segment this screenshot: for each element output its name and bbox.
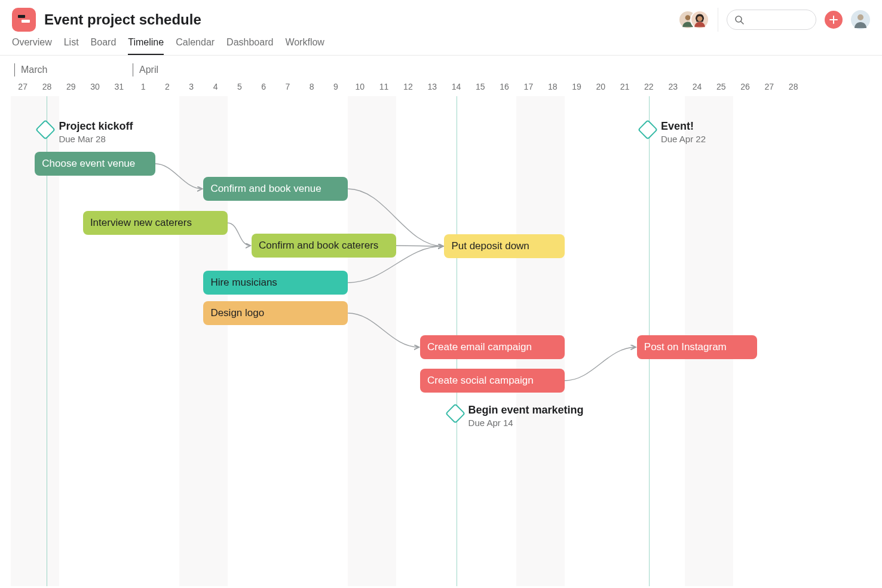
month-label: March — [14, 63, 47, 76]
task-bar[interactable]: Design logo — [203, 301, 348, 325]
day-column: 27 — [757, 78, 781, 91]
person-icon — [691, 10, 708, 29]
project-title: Event project schedule — [44, 11, 201, 28]
day-column: 16 — [492, 78, 516, 91]
task-bar[interactable]: Choose event venue — [35, 152, 155, 176]
day-column: 18 — [541, 78, 565, 91]
month-header: MarchApril — [0, 59, 882, 78]
day-column: 8 — [300, 78, 324, 91]
day-column: 14 — [444, 78, 468, 91]
day-column: 15 — [468, 78, 492, 91]
milestone[interactable]: Event!Due Apr 22 — [641, 120, 706, 144]
avatar[interactable] — [690, 10, 709, 29]
day-column: 4 — [203, 78, 227, 91]
weekend-shade — [179, 96, 228, 586]
day-column: 3 — [179, 78, 203, 91]
task-bar[interactable]: Put deposit down — [444, 234, 565, 258]
day-column: 17 — [516, 78, 540, 91]
current-user-avatar[interactable] — [851, 10, 870, 29]
day-column: 2 — [155, 78, 179, 91]
search-icon — [734, 15, 744, 24]
weekend-shade — [348, 96, 396, 586]
day-column: 27 — [11, 78, 35, 91]
day-column: 13 — [420, 78, 444, 91]
milestone-title: Begin event marketing — [468, 404, 584, 416]
day-column: 7 — [275, 78, 299, 91]
tab-dashboard[interactable]: Dashboard — [226, 37, 273, 55]
day-column: 31 — [107, 78, 131, 91]
day-column: 28 — [782, 78, 806, 91]
board-icon — [18, 15, 30, 24]
diamond-icon — [35, 120, 56, 140]
milestone-due: Due Apr 14 — [468, 418, 584, 428]
day-column: 25 — [709, 78, 733, 91]
svg-line-3 — [741, 22, 743, 24]
day-column: 26 — [733, 78, 757, 91]
task-bar[interactable]: Confirm and book caterers — [252, 234, 396, 258]
plus-icon — [829, 16, 838, 24]
diamond-icon — [445, 403, 466, 424]
day-column: 19 — [565, 78, 589, 91]
milestone[interactable]: Project kickoffDue Mar 28 — [38, 120, 133, 144]
timeline-canvas[interactable]: Project kickoffDue Mar 28Event!Due Apr 2… — [0, 96, 882, 586]
task-bar[interactable]: Confirm and book venue — [203, 177, 348, 201]
task-bar[interactable]: Create social campaign — [420, 369, 565, 393]
milestone-title: Event! — [661, 120, 706, 133]
day-column: 28 — [35, 78, 59, 91]
day-column: 6 — [252, 78, 275, 91]
milestone-due: Due Mar 28 — [59, 134, 133, 144]
header: Event project schedule — [0, 0, 882, 31]
day-column: 12 — [396, 78, 420, 91]
project-icon[interactable] — [12, 8, 36, 32]
task-bar[interactable]: Create email campaign — [420, 335, 565, 359]
day-column: 21 — [612, 78, 636, 91]
day-column: 11 — [372, 78, 396, 91]
task-bar[interactable]: Post on Instagram — [637, 335, 758, 359]
add-button[interactable] — [825, 11, 843, 29]
milestone-title: Project kickoff — [59, 120, 133, 133]
search-input[interactable] — [727, 10, 816, 30]
svg-point-6 — [858, 14, 863, 20]
tab-overview[interactable]: Overview — [12, 37, 52, 55]
day-column: 22 — [637, 78, 661, 91]
day-column: 5 — [228, 78, 252, 91]
day-column: 9 — [324, 78, 348, 91]
task-bar[interactable]: Interview new caterers — [83, 211, 228, 235]
member-avatars[interactable] — [678, 10, 709, 29]
svg-point-1 — [697, 16, 703, 22]
day-column: 1 — [131, 78, 155, 91]
day-column: 20 — [589, 78, 612, 91]
tab-board[interactable]: Board — [91, 37, 117, 55]
tab-list[interactable]: List — [64, 37, 79, 55]
tab-calendar[interactable]: Calendar — [176, 37, 215, 55]
view-tabs: OverviewListBoardTimelineCalendarDashboa… — [0, 31, 882, 56]
person-icon — [851, 10, 870, 29]
day-column: 29 — [59, 78, 83, 91]
milestone[interactable]: Begin event marketingDue Apr 14 — [448, 404, 584, 428]
tab-workflow[interactable]: Workflow — [285, 37, 324, 55]
diamond-icon — [638, 120, 658, 140]
tab-timeline[interactable]: Timeline — [128, 37, 164, 55]
month-label: April — [133, 63, 158, 76]
day-column: 23 — [661, 78, 685, 91]
milestone-due: Due Apr 22 — [661, 134, 706, 144]
day-column: 24 — [685, 78, 709, 91]
task-bar[interactable]: Hire musicians — [203, 271, 348, 295]
day-header: 2728293031123456789101112131415161718192… — [0, 78, 882, 96]
divider — [718, 8, 718, 32]
day-column: 30 — [83, 78, 107, 91]
day-column: 10 — [348, 78, 372, 91]
